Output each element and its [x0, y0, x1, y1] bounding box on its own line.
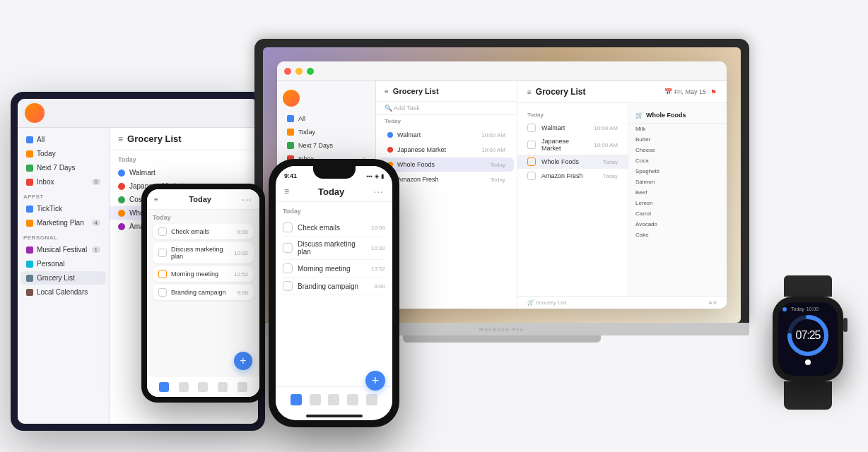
ip-fab-button[interactable]: +	[365, 371, 385, 391]
watch-home-button[interactable]	[805, 359, 811, 365]
watch-crown[interactable]	[843, 318, 848, 332]
apple-watch: Today 10:00 07:25	[769, 275, 847, 410]
mac-sidebar-all[interactable]: All	[280, 112, 373, 125]
ps-tab-home[interactable]	[159, 382, 169, 392]
ip-checkbox-3[interactable]	[283, 263, 293, 273]
ip-item-3[interactable]: Morning meeting 13:52	[283, 260, 385, 278]
mac-task-japanese[interactable]: Japanese Market 10:00 AM	[517, 135, 628, 155]
sidebar-label-inbox: Inbox	[37, 178, 54, 186]
sidebar-item-inbox[interactable]: Inbox 0	[20, 175, 106, 189]
mac-rp-spaghetti: Spaghetti	[628, 166, 727, 177]
watch-ring: 07:25	[787, 314, 829, 357]
mac-rp-store-name: Whole Foods	[646, 112, 686, 119]
watch-timer: 07:25	[795, 329, 820, 342]
ip-item-4[interactable]: Branding campaign 9:00	[283, 278, 385, 295]
mac-task-amazon[interactable]: Amazon Fresh Today	[517, 169, 628, 183]
mac-date-display: 📅 Fri, May 15	[664, 88, 706, 95]
ps-item-3[interactable]: Morning meeting 12:52	[153, 266, 254, 282]
mac-task-wholefoods[interactable]: Whole Foods Today	[517, 155, 628, 169]
mac-sidebar-today[interactable]: Today	[280, 126, 373, 138]
tablet-main-header: ≡ Grocery List	[110, 128, 258, 150]
mac-rp-salmon: Salmon	[628, 177, 727, 187]
mac-list-walmart[interactable]: Walmart 10:00 AM	[379, 128, 514, 142]
ps-item-text-4: Branding campaign	[171, 289, 233, 296]
ps-tab-calendar[interactable]	[198, 382, 208, 392]
store-icon: 🛒	[635, 112, 643, 119]
ps-checkbox-3[interactable]	[158, 270, 167, 278]
mac-list-wholefoods[interactable]: Whole Foods Today	[379, 157, 514, 172]
ps-body: Today Check emails 9:00 Discuss marketin…	[147, 210, 259, 376]
mac-minimize-dot[interactable]	[295, 68, 303, 75]
ps-item-1[interactable]: Check emails 9:00	[153, 224, 254, 239]
ps-item-time-2: 10:32	[234, 250, 248, 256]
mac-search-bar[interactable]: 🔍 Add Task	[376, 102, 517, 115]
watch-screen: Today 10:00 07:25	[778, 302, 838, 376]
tablet-list-walmart[interactable]: Walmart	[110, 166, 258, 179]
mac-titlebar	[277, 61, 727, 81]
mac-footer-view-icons: A ≡	[708, 299, 717, 306]
ps-checkbox-1[interactable]	[158, 227, 167, 236]
sidebar-label-personal: Personal	[37, 260, 64, 268]
mac-rp-coca: Coca	[628, 155, 727, 166]
sidebar-label-festival: Musical Festival	[37, 246, 87, 254]
ip-tab-settings[interactable]	[366, 394, 377, 405]
sidebar-item-today[interactable]: Today	[20, 147, 106, 160]
sidebar-label-grocery: Grocery List	[37, 274, 75, 282]
ip-checkbox-1[interactable]	[283, 222, 293, 232]
ps-item-2[interactable]: Discuss marketing plan 10:32	[153, 242, 254, 263]
ps-checkbox-4[interactable]	[158, 288, 167, 297]
marketing-badge: 4	[92, 220, 100, 226]
mac-task-checkbox[interactable]	[527, 157, 536, 166]
mac-task-walmart[interactable]: Walmart 10:00 AM	[517, 121, 628, 135]
mac-detail-body: Today Walmart 10:00 AM Japanese Market	[517, 103, 727, 296]
mac-task-checkbox[interactable]	[527, 172, 536, 180]
mac-list-japanese[interactable]: Japanese Market 10:00 AM	[379, 143, 514, 157]
wifi-icon: ◈	[375, 173, 379, 179]
sidebar-item-marketing[interactable]: Marketing Plan 4	[20, 216, 106, 230]
mac-list-item-label: Japanese Market	[397, 146, 446, 153]
sidebar-item-ticktick[interactable]: TickTick	[20, 202, 106, 215]
mac-close-dot[interactable]	[284, 68, 291, 75]
watch-app-label: Today 10:00	[782, 307, 819, 311]
sidebar-item-next7[interactable]: Next 7 Days	[20, 161, 106, 174]
ps-fab-button[interactable]: +	[234, 352, 252, 370]
mac-task-checkbox[interactable]	[527, 141, 536, 149]
sidebar-item-festival[interactable]: Musical Festival 1	[20, 243, 106, 256]
ip-tab-search[interactable]	[310, 394, 321, 405]
ip-tab-map[interactable]	[347, 394, 358, 405]
ip-tab-home[interactable]	[291, 394, 302, 405]
ip-item-1[interactable]: Check emails 10:00	[283, 219, 385, 237]
ps-tab-settings[interactable]	[237, 382, 247, 392]
mac-task-checkbox[interactable]	[527, 124, 536, 132]
mac-footer-label: 🛒 Grocery List	[527, 299, 566, 306]
mac-maximize-dot[interactable]	[307, 68, 314, 75]
mac-rp-cake: Cake	[628, 230, 727, 240]
ip-item-2[interactable]: Discuss marketing plan 10:32	[283, 237, 385, 260]
mac-rp-carrot: Carrot	[628, 208, 727, 219]
sidebar-section-personal: Personal	[18, 230, 109, 242]
mac-list-item-label: Walmart	[397, 131, 421, 138]
ip-checkbox-2[interactable]	[283, 243, 293, 253]
ps-item-text-1: Check emails	[171, 228, 233, 235]
ip-tab-calendar[interactable]	[328, 394, 339, 405]
inbox-badge: 0	[92, 179, 100, 185]
watch-label-text: Today	[791, 307, 804, 311]
mac-list-item-time: 10:00 AM	[481, 132, 505, 138]
ps-tab-map[interactable]	[218, 382, 228, 392]
mac-sidebar-next7[interactable]: Next 7 Days	[280, 139, 373, 152]
sidebar-item-grocery[interactable]: Grocery List	[20, 271, 106, 285]
mac-detail-panel: ≡ Grocery List 📅 Fri, May 15 ⚑	[517, 81, 727, 309]
ip-section-label: Today	[283, 208, 385, 215]
ps-tab-search[interactable]	[179, 382, 189, 392]
battery-icon: ▮	[381, 173, 384, 179]
mac-list-item-time: Today	[491, 162, 505, 168]
ps-header: ≡ Today ···	[147, 189, 259, 210]
ip-checkbox-4[interactable]	[283, 281, 293, 291]
sidebar-item-calendars[interactable]: Local Calendars	[20, 285, 106, 299]
ps-item-text-2: Discuss marketing plan	[171, 246, 230, 260]
sidebar-item-personal[interactable]: Personal	[20, 257, 106, 270]
ps-item-4[interactable]: Branding campaign 9:00	[153, 285, 254, 300]
sidebar-item-all[interactable]: All	[20, 133, 106, 146]
ps-checkbox-2[interactable]	[158, 249, 167, 257]
mac-flag-icon[interactable]: ⚑	[710, 88, 717, 96]
